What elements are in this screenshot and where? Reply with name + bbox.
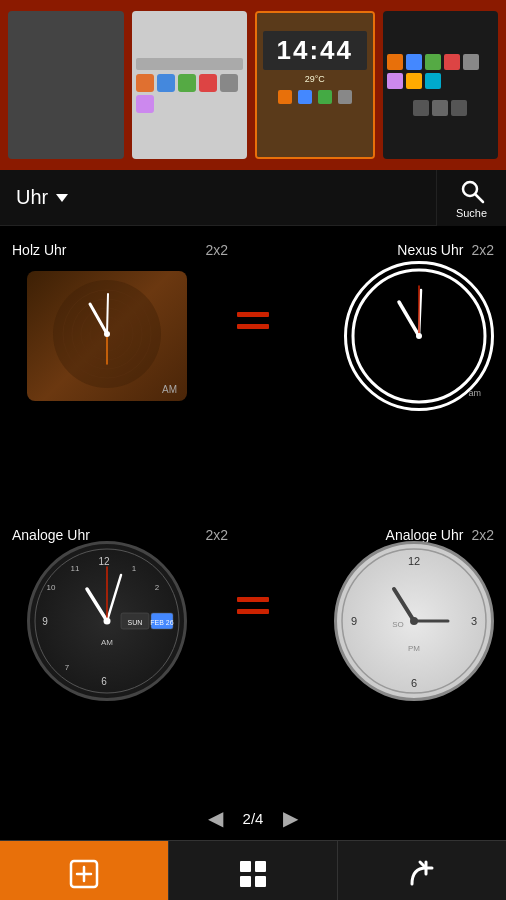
analog-light-svg: 12 3 6 9 SO PM [338, 545, 490, 697]
widget-size-nexus: 2x2 [471, 242, 494, 258]
widget-name-analog-light: Analoge Uhr [386, 527, 464, 543]
equals-divider-1 [228, 312, 278, 329]
page-next-button[interactable]: ▶ [283, 806, 298, 830]
svg-text:SO: SO [392, 620, 404, 629]
nexus-clock-face: am [344, 261, 494, 411]
nav-item-shortcuts[interactable]: Verknüpfungen [338, 841, 506, 900]
analog-dark-face: 12 3 6 9 10 2 7 11 1 SUN FEB 26 [27, 541, 187, 701]
filter-bar: Uhr Suche [0, 170, 506, 226]
svg-rect-48 [240, 861, 251, 872]
svg-point-44 [410, 617, 418, 625]
widget-analog-dark[interactable]: Analoge Uhr 2x2 12 3 6 9 10 2 7 [12, 527, 228, 691]
svg-point-34 [104, 618, 111, 625]
filter-text: Uhr [16, 186, 48, 209]
page-info-text: 2/4 [243, 810, 264, 827]
widget-preview-analog-dark: 12 3 6 9 10 2 7 11 1 SUN FEB 26 [12, 551, 202, 691]
recent-thumb-4[interactable] [383, 11, 499, 159]
widget-nexus-uhr[interactable]: Nexus Uhr 2x2 am [278, 242, 494, 406]
nexus-clock-svg [349, 266, 489, 406]
share-arrow-icon [404, 858, 440, 894]
svg-text:AM: AM [101, 638, 113, 647]
recent-apps-bar: 14:44 29°C [0, 0, 506, 170]
grid-icon [237, 858, 269, 894]
svg-text:1: 1 [132, 564, 137, 573]
search-button[interactable]: Suche [436, 170, 506, 226]
widget-name-analog-dark: Analoge Uhr [12, 527, 90, 543]
widget-preview-nexus: am [304, 266, 494, 406]
svg-text:2: 2 [155, 583, 160, 592]
svg-point-10 [104, 331, 110, 337]
svg-text:3: 3 [471, 615, 477, 627]
page-prev-button[interactable]: ◀ [208, 806, 223, 830]
svg-rect-49 [255, 861, 266, 872]
search-label: Suche [456, 207, 487, 219]
widgets-area: Holz Uhr 2x2 [0, 226, 506, 796]
svg-line-12 [399, 302, 419, 336]
recent-thumb-1[interactable] [8, 11, 124, 159]
svg-text:10: 10 [47, 583, 56, 592]
svg-text:FEB 26: FEB 26 [150, 619, 173, 626]
svg-rect-51 [255, 876, 266, 887]
svg-text:9: 9 [351, 615, 357, 627]
search-icon [458, 177, 486, 205]
filter-dropdown[interactable]: Uhr [0, 186, 436, 209]
svg-text:PM: PM [408, 644, 420, 653]
svg-text:6: 6 [411, 677, 417, 689]
svg-text:11: 11 [71, 564, 80, 573]
widget-row-2: Analoge Uhr 2x2 12 3 6 9 10 2 7 [0, 511, 506, 796]
svg-text:SUN: SUN [128, 619, 143, 626]
bottom-nav: Widgets Apps Verknüpfungen [0, 840, 506, 900]
widget-row-1: Holz Uhr 2x2 [0, 226, 506, 511]
svg-line-32 [107, 575, 121, 621]
widget-name-holz: Holz Uhr [12, 242, 66, 258]
analog-light-face: 12 3 6 9 SO PM [334, 541, 494, 701]
svg-line-1 [475, 194, 483, 202]
svg-text:12: 12 [98, 556, 110, 567]
nav-item-apps[interactable]: Apps [169, 841, 338, 900]
widget-name-nexus: Nexus Uhr [397, 242, 463, 258]
widget-size-holz: 2x2 [205, 242, 228, 258]
nexus-am-label: am [468, 388, 481, 398]
nav-item-widgets[interactable]: Widgets [0, 841, 169, 900]
svg-text:12: 12 [408, 555, 420, 567]
svg-line-42 [394, 589, 414, 621]
svg-text:7: 7 [65, 663, 70, 672]
svg-line-31 [87, 589, 107, 621]
wood-clock-face: AM [27, 271, 187, 401]
svg-rect-50 [240, 876, 251, 887]
thumb-clock-time: 14:44 [263, 31, 367, 70]
svg-text:9: 9 [42, 616, 48, 627]
recent-thumb-3[interactable]: 14:44 29°C [255, 11, 375, 159]
dropdown-arrow-icon [56, 194, 68, 202]
widget-preview-analog-light: 12 3 6 9 SO PM [304, 551, 494, 691]
widget-size-analog-dark: 2x2 [205, 527, 228, 543]
svg-line-8 [107, 294, 108, 334]
wood-am-label: AM [162, 384, 177, 395]
svg-text:6: 6 [101, 676, 107, 687]
widget-analog-light[interactable]: Analoge Uhr 2x2 12 3 6 9 SO PM [278, 527, 494, 691]
widget-preview-holz: AM [12, 266, 202, 406]
svg-point-15 [416, 333, 422, 339]
widget-size-analog-light: 2x2 [471, 527, 494, 543]
recent-thumb-2[interactable] [132, 11, 248, 159]
widget-holz-uhr[interactable]: Holz Uhr 2x2 [12, 242, 228, 406]
pagination-bar: ◀ 2/4 ▶ [0, 796, 506, 840]
analog-dark-svg: 12 3 6 9 10 2 7 11 1 SUN FEB 26 [31, 545, 183, 697]
plus-square-icon [68, 858, 100, 894]
wood-clock-svg [42, 276, 172, 396]
equals-divider-2 [228, 597, 278, 614]
